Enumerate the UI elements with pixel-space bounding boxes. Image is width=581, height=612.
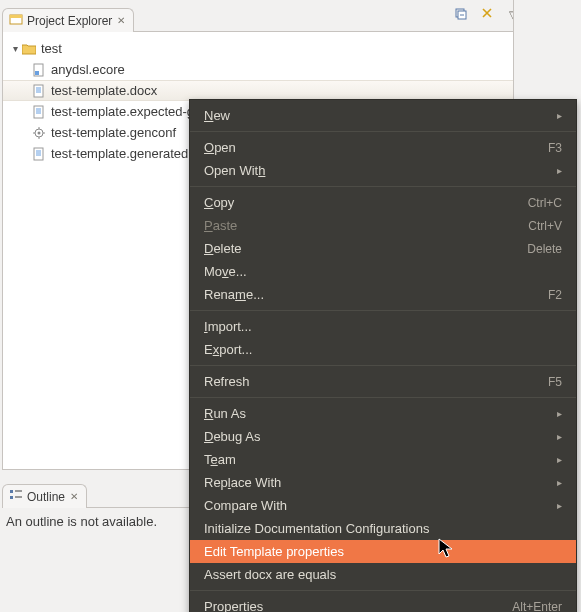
context-menu-label: Move... [204,264,562,279]
project-folder-icon [21,41,37,57]
context-menu-separator [190,397,576,398]
close-icon[interactable]: ✕ [70,491,78,502]
submenu-arrow-icon: ▸ [557,431,562,442]
context-menu-item[interactable]: Export... [190,338,576,361]
submenu-arrow-icon: ▸ [557,477,562,488]
context-menu-label: Import... [204,319,562,334]
context-menu-item[interactable]: OpenF3 [190,136,576,159]
context-menu-item[interactable]: Assert docx are equals [190,563,576,586]
context-menu: New▸OpenF3Open With▸CopyCtrl+CPasteCtrl+… [189,99,577,612]
context-menu-item: PasteCtrl+V [190,214,576,237]
context-menu-label: Copy [204,195,518,210]
close-icon[interactable]: ✕ [117,15,125,26]
doc-file-icon [31,83,47,99]
submenu-arrow-icon: ▸ [557,454,562,465]
collapse-all-icon[interactable] [453,6,469,22]
context-menu-item[interactable]: Team▸ [190,448,576,471]
svg-rect-25 [10,490,13,493]
context-menu-item[interactable]: Move... [190,260,576,283]
context-menu-label: Replace With [204,475,549,490]
context-menu-label: Properties [204,599,502,612]
context-menu-label: Export... [204,342,562,357]
tree-item[interactable]: anydsl.ecore [3,59,578,80]
svg-rect-11 [34,106,43,118]
context-menu-item[interactable]: Replace With▸ [190,471,576,494]
context-menu-item[interactable]: Debug As▸ [190,425,576,448]
context-menu-accel: Delete [527,242,562,256]
context-menu-item[interactable]: Edit Template properties [190,540,576,563]
outline-icon [9,488,23,505]
outline-message: An outline is not available. [6,514,157,529]
svg-rect-26 [15,490,22,492]
submenu-arrow-icon: ▸ [557,408,562,419]
svg-rect-6 [35,71,39,75]
context-menu-accel: Alt+Enter [512,600,562,613]
context-menu-item[interactable]: CopyCtrl+C [190,191,576,214]
context-menu-item[interactable]: PropertiesAlt+Enter [190,595,576,612]
svg-rect-1 [10,15,22,18]
context-menu-label: Edit Template properties [204,544,562,559]
context-menu-accel: Ctrl+V [528,219,562,233]
context-menu-separator [190,365,576,366]
context-menu-separator [190,310,576,311]
context-menu-item[interactable]: Initialize Documentation Configurations [190,517,576,540]
context-menu-label: Open [204,140,538,155]
context-menu-accel: F2 [548,288,562,302]
context-menu-item[interactable]: RefreshF5 [190,370,576,393]
svg-rect-27 [10,496,13,499]
submenu-arrow-icon: ▸ [557,110,562,121]
tab-label: Outline [27,490,65,504]
context-menu-label: Run As [204,406,549,421]
project-explorer-tab[interactable]: Project Explorer ✕ [2,8,134,32]
context-menu-label: Refresh [204,374,538,389]
ecore-file-icon [31,62,47,78]
context-menu-item[interactable]: Run As▸ [190,402,576,425]
context-menu-item[interactable]: Rename...F2 [190,283,576,306]
context-menu-item[interactable]: New▸ [190,104,576,127]
context-menu-separator [190,186,576,187]
context-menu-label: Assert docx are equals [204,567,562,582]
tree-item-label: test-template.docx [51,83,157,98]
doc-file-icon [31,104,47,120]
context-menu-label: Rename... [204,287,538,302]
expand-icon[interactable]: ▾ [9,43,21,54]
svg-rect-28 [15,496,22,498]
context-menu-label: Open With [204,163,549,178]
svg-point-16 [38,131,41,134]
link-with-editor-icon[interactable] [479,6,495,22]
context-menu-label: Debug As [204,429,549,444]
navigator-icon [9,12,23,29]
svg-rect-7 [34,85,43,97]
tree-item-label: anydsl.ecore [51,62,125,77]
genconf-file-icon [31,125,47,141]
context-menu-item[interactable]: Compare With▸ [190,494,576,517]
context-menu-item[interactable]: Import... [190,315,576,338]
context-menu-accel: F3 [548,141,562,155]
tree-item[interactable]: test-template.docx [3,80,578,101]
context-menu-item[interactable]: Open With▸ [190,159,576,182]
tree-item-label: test-template.genconf [51,125,176,140]
context-menu-label: Initialize Documentation Configurations [204,521,562,536]
context-menu-label: Compare With [204,498,549,513]
tree-root[interactable]: ▾ test [3,38,578,59]
tree-root-label: test [41,41,62,56]
outline-tab[interactable]: Outline ✕ [2,484,87,508]
project-explorer-tabbar: Project Explorer ✕ ▽ ▁ ▭ [2,2,579,32]
submenu-arrow-icon: ▸ [557,500,562,511]
context-menu-label: Paste [204,218,518,233]
context-menu-item[interactable]: DeleteDelete [190,237,576,260]
context-menu-accel: Ctrl+C [528,196,562,210]
context-menu-separator [190,590,576,591]
tab-label: Project Explorer [27,14,112,28]
context-menu-label: Team [204,452,549,467]
submenu-arrow-icon: ▸ [557,165,562,176]
doc-file-icon [31,146,47,162]
context-menu-label: New [204,108,549,123]
context-menu-label: Delete [204,241,517,256]
context-menu-accel: F5 [548,375,562,389]
context-menu-separator [190,131,576,132]
svg-rect-21 [34,148,43,160]
